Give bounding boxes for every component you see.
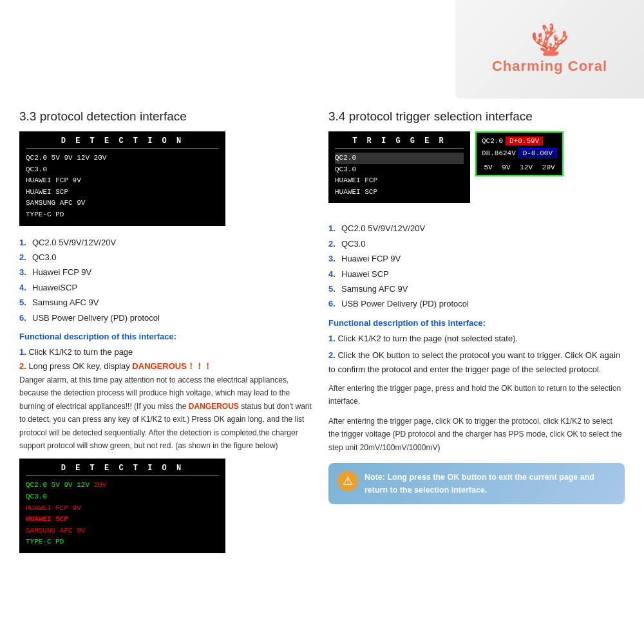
trigger-title: T R I G G E R — [335, 137, 464, 149]
trigger-section: T R I G G E R QC2.0 QC3.0 HUAWEI FCP HUA… — [328, 131, 625, 212]
voltage-20v: 20V — [542, 164, 555, 171]
logo-text: Charming Coral — [492, 58, 607, 75]
trigger-screen: T R I G G E R QC2.0 QC3.0 HUAWEI FCP HUA… — [328, 131, 470, 203]
trigger-dplus-value: D+0.59V — [506, 137, 543, 146]
note-box: ⚠ Note: Long press the OK button to exit… — [328, 463, 625, 504]
right-functional-item-1: 1. Click K1/K2 to turn the page (not sel… — [328, 332, 625, 346]
list-item: 1.QC2.0 5V/9V/12V/20V — [328, 221, 625, 236]
list-item: 2.QC3.0 — [19, 250, 316, 265]
detect2-line-4: HUAWEI SCP — [26, 514, 219, 526]
logo-area: 🪸 Charming Coral — [455, 0, 644, 99]
right-num-list: 1.QC2.0 5V/9V/12V/20V 2.QC3.0 3.Huawei F… — [328, 221, 625, 311]
coral-icon: 🪸 — [531, 24, 569, 55]
list-item: 2.QC3.0 — [328, 236, 625, 251]
detect-line-1: QC2.0 5V 9V 12V 20V — [26, 153, 219, 164]
left-num-list: 1.QC2.0 5V/9V/12V/20V 2.QC3.0 3.Huawei F… — [19, 235, 316, 325]
detect2-line-5: SAMSUNG AFC 9V — [26, 526, 219, 537]
detect-line-5: SAMSUNG AFC 9V — [26, 198, 219, 209]
detection-screen-2: D E T E C T I O N QC2.0 5V 9V 12V 20V QC… — [19, 459, 225, 553]
list-item: 5.Samsung AFC 9V — [19, 295, 316, 310]
right-body-text-1: After entering the trigger page, press a… — [328, 382, 625, 408]
left-section-title: 3.3 protocol detection interface — [19, 109, 316, 124]
detect-line-2: QC3.0 — [26, 164, 219, 176]
list-item: 3.Huawei FCP 9V — [328, 251, 625, 266]
functional-item-2: 2. Long press OK key, display DANGEROUS！… — [19, 359, 316, 374]
detect-line-6: TYPE-C PD — [26, 209, 219, 221]
list-item: 6.USB Power Delivery (PD) protocol — [328, 296, 625, 311]
functional-item-1: 1. Click K1/K2 to turn the page — [19, 345, 316, 359]
body-text-1: Danger alarm, at this time pay attention… — [19, 374, 316, 452]
right-column: 3.4 protocol trigger selection interface… — [328, 109, 625, 562]
voltage-5v: 5V — [484, 164, 492, 171]
detect2-line-2: QC3.0 — [26, 491, 219, 503]
note-text: Note: Long press the OK button to exit t… — [365, 471, 616, 497]
list-item: 5.Samsung AFC 9V — [328, 281, 625, 296]
list-item: 4.Huawei SCP — [328, 267, 625, 281]
dangerous-inline: DANGEROUS — [189, 402, 239, 411]
trigger-side-panel: QC2.0 D+0.59V 08.8624V D-0.00V 5V 9V 12V… — [475, 131, 564, 176]
trigger-line-1: QC2.0 — [335, 153, 464, 164]
trigger-voltage-options: 5V 9V 12V 20V — [482, 164, 557, 171]
right-functional-title: Functional description of this interface… — [328, 318, 625, 328]
detect-line-3: HUAWEI FCP 9V — [26, 175, 219, 187]
right-section-title: 3.4 protocol trigger selection interface — [328, 109, 625, 124]
dangerous-label: DANGEROUS！！！ — [132, 361, 212, 371]
list-item: 4.HuaweiSCP — [19, 280, 316, 295]
right-body-text-2: After entering the trigger page, click O… — [328, 415, 625, 454]
left-column: 3.3 protocol detection interface D E T E… — [19, 109, 316, 562]
left-functional-title: Functional description of this interface… — [19, 332, 316, 341]
trigger-qc-label: QC2.0 — [482, 137, 503, 145]
voltage-12v: 12V — [520, 164, 533, 171]
list-item: 6.USB Power Delivery (PD) protocol — [19, 310, 316, 325]
detect2-line-6: TYPE-C PD — [26, 536, 219, 548]
detection-title: D E T E C T I O N — [26, 137, 219, 149]
detection-screen-1: D E T E C T I O N QC2.0 5V 9V 12V 20V QC… — [19, 131, 225, 226]
voltage-9v: 9V — [502, 164, 510, 171]
detect2-line-1: QC2.0 5V 9V 12V 20V — [26, 480, 219, 491]
detection2-title: D E T E C T I O N — [26, 464, 219, 476]
trigger-line-2: QC3.0 — [335, 164, 464, 176]
list-item: 1.QC2.0 5V/9V/12V/20V — [19, 235, 316, 250]
detect-line-4: HUAWEI SCP — [26, 187, 219, 198]
trigger-line-4: HUAWEI SCP — [335, 187, 464, 198]
trigger-dminus-value: D-0.00V — [518, 148, 557, 158]
trigger-line-3: HUAWEI FCP — [335, 175, 464, 187]
warning-icon: ⚠ — [337, 471, 358, 491]
detect2-line-3: HUAWEI FCP 9V — [26, 503, 219, 515]
trigger-voltage-value: 08.8624V — [482, 149, 516, 157]
right-functional-item-2: 2. Click the OK button to select the pro… — [328, 348, 625, 377]
list-item: 3.Huawei FCP 9V — [19, 265, 316, 279]
